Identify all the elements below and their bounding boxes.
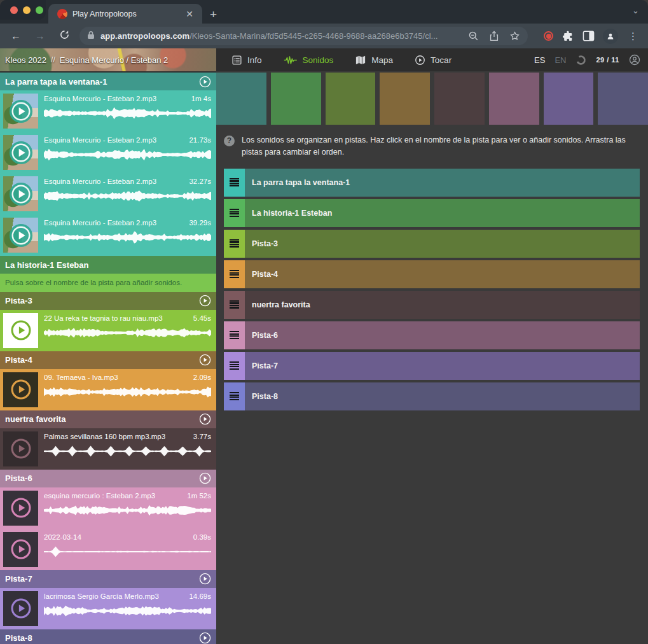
clip-thumbnail[interactable] — [3, 372, 38, 407]
help-note: ? Los sonidos se organizan en pistas. Ha… — [224, 134, 640, 158]
play-clip-icon[interactable] — [10, 378, 32, 401]
recording-indicator-icon[interactable] — [544, 31, 553, 41]
main-track-row-3[interactable]: Pista-3 — [224, 230, 640, 258]
main-track-row-2[interactable]: La historia-1 Esteban — [224, 199, 640, 227]
play-clip-icon[interactable] — [9, 182, 33, 206]
extensions-puzzle-icon[interactable] — [562, 30, 574, 43]
clip-thumbnail[interactable] — [3, 135, 38, 170]
track-header[interactable]: Pista-8 — [0, 629, 216, 644]
drag-handle[interactable] — [224, 199, 245, 227]
url-host: app.antropoloops.com — [100, 31, 190, 41]
play-clip-icon[interactable] — [9, 141, 33, 165]
clip-thumbnail[interactable] — [3, 94, 38, 129]
play-track-icon[interactable] — [199, 632, 211, 644]
track-row-name[interactable]: Pista-3 — [245, 230, 640, 258]
clip-thumbnail[interactable] — [3, 176, 38, 211]
track-row-name[interactable]: nuertra favorita — [245, 291, 640, 319]
play-clip-icon[interactable] — [9, 223, 33, 248]
main-track-row-1[interactable]: La parra tapa la ventana-1 — [224, 169, 640, 197]
nav-item-mapa[interactable]: Mapa — [355, 55, 393, 66]
clip-duration: 39.29s — [189, 219, 211, 227]
track-section-5: nuertra favoritaPalmas sevillanas 160 bp… — [0, 410, 216, 470]
clip-meta: 22 Ua reka te tagnia to rau niau.mp35.45… — [44, 313, 211, 340]
zoom-out-icon[interactable] — [468, 31, 479, 41]
main-track-row-7[interactable]: Pista-7 — [224, 352, 640, 380]
clip: Esquina Mercurio - Esteban 2.mp332.27s — [0, 173, 216, 214]
drag-handle-icon — [230, 331, 239, 339]
browser-menu-icon[interactable]: ⋮ — [626, 31, 640, 42]
drag-handle[interactable] — [224, 321, 245, 349]
track-header[interactable]: Pista-6 — [0, 470, 216, 487]
breadcrumb[interactable]: Kleos 2022 // Esquina Mercurio / Esteban… — [0, 48, 216, 71]
tab-search-chevron-icon[interactable]: ⌄ — [632, 6, 639, 15]
drag-handle[interactable] — [224, 230, 245, 258]
forward-button[interactable]: → — [32, 31, 48, 42]
fullscreen-window-button[interactable] — [36, 6, 43, 14]
play-clip-icon[interactable] — [10, 597, 32, 620]
track-section-3: Pista-322 Ua reka te tagnia to rau niau.… — [0, 292, 216, 351]
share-icon[interactable] — [489, 31, 499, 41]
track-row-name[interactable]: Pista-8 — [245, 382, 640, 410]
track-header[interactable]: La parra tapa la ventana-1 — [0, 73, 216, 90]
address-bar[interactable]: app.antropoloops.com /Kleos-Santa-Marina… — [79, 27, 528, 45]
url-path: /Kleos-Santa-Marina/fd5d5445-c265-4468-9… — [190, 31, 458, 41]
track-row-name[interactable]: La historia-1 Esteban — [245, 199, 640, 227]
play-track-icon[interactable] — [199, 413, 211, 425]
clip-thumbnail[interactable] — [3, 532, 38, 567]
track-header[interactable]: Pista-4 — [0, 351, 216, 369]
clip-thumbnail[interactable] — [3, 313, 38, 348]
close-window-button[interactable] — [10, 6, 18, 14]
main-track-row-6[interactable]: Pista-6 — [224, 321, 640, 349]
play-track-icon[interactable] — [199, 295, 211, 307]
main-track-row-5[interactable]: nuertra favorita — [224, 291, 640, 319]
main-track-row-8[interactable]: Pista-8 — [224, 382, 640, 410]
minimize-window-button[interactable] — [23, 6, 31, 14]
drag-handle[interactable] — [224, 291, 245, 319]
language-en-button[interactable]: EN — [555, 55, 566, 65]
track-header[interactable]: Pista-7 — [0, 570, 216, 588]
drag-handle[interactable] — [224, 352, 245, 380]
nav-item-sonidos[interactable]: Sonidos — [284, 55, 334, 66]
browser-tab-strip: Play Antropoloops ✕ + ⌄ — [0, 0, 648, 24]
track-row-name[interactable]: La parra tapa la ventana-1 — [245, 169, 640, 197]
clip: 09. Temaeva - Iva.mp32.09s — [0, 369, 216, 410]
play-track-icon[interactable] — [199, 472, 211, 484]
lock-icon[interactable] — [87, 31, 95, 42]
track-row-name[interactable]: Pista-7 — [245, 352, 640, 380]
tab-close-icon[interactable]: ✕ — [183, 9, 196, 19]
main-track-row-4[interactable]: Pista-4 — [224, 260, 640, 288]
play-clip-icon[interactable] — [10, 538, 32, 561]
track-row-name[interactable]: Pista-4 — [245, 260, 640, 288]
account-icon[interactable] — [629, 54, 640, 66]
nav-item-info[interactable]: Info — [231, 55, 262, 66]
play-clip-icon[interactable] — [10, 496, 32, 519]
play-track-icon[interactable] — [199, 573, 211, 585]
drag-handle[interactable] — [224, 169, 245, 197]
clip-meta: Esquina Mercurio - Esteban 2.mp332.27s — [44, 176, 211, 204]
drag-handle[interactable] — [224, 382, 245, 410]
clip-thumbnail[interactable] — [3, 431, 38, 466]
clip-thumbnail[interactable] — [3, 218, 38, 253]
play-track-icon[interactable] — [199, 76, 211, 88]
track-header[interactable]: La historia-1 Esteban — [0, 256, 216, 274]
play-clip-icon[interactable] — [10, 437, 32, 460]
new-tab-button[interactable]: + — [210, 8, 217, 20]
browser-tab[interactable]: Play Antropoloops ✕ — [48, 4, 202, 24]
reload-button[interactable] — [57, 29, 72, 43]
play-clip-icon[interactable] — [10, 319, 32, 342]
clip-waveform — [44, 503, 211, 518]
drag-handle[interactable] — [224, 260, 245, 288]
profile-avatar[interactable] — [603, 29, 618, 44]
clip-thumbnail[interactable] — [3, 591, 38, 626]
back-button[interactable]: ← — [8, 31, 24, 42]
track-header[interactable]: Pista-3 — [0, 292, 216, 310]
language-es-button[interactable]: ES — [534, 55, 545, 65]
play-clip-icon[interactable] — [9, 99, 33, 123]
side-panel-icon[interactable] — [583, 31, 595, 41]
bookmark-star-icon[interactable] — [509, 31, 520, 41]
nav-item-tocar[interactable]: Tocar — [415, 55, 452, 66]
track-header[interactable]: nuertra favorita — [0, 410, 216, 428]
clip-thumbnail[interactable] — [3, 491, 38, 526]
play-track-icon[interactable] — [199, 354, 211, 366]
track-row-name[interactable]: Pista-6 — [245, 321, 640, 349]
